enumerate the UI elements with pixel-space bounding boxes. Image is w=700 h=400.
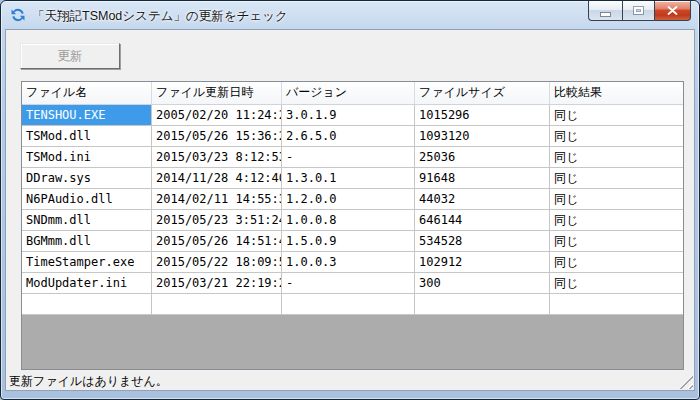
table-cell[interactable]: 3.0.1.9	[282, 105, 415, 126]
status-bar: 更新ファイルはありません。	[6, 370, 694, 390]
column-header-3[interactable]: ファイルサイズ	[415, 82, 550, 104]
table-row[interactable]: DDraw.sys2014/11/28 4:12:401.3.0.191648同…	[22, 168, 683, 189]
status-text: 更新ファイルはありません。	[9, 373, 168, 390]
table-cell[interactable]: 1093120	[415, 126, 550, 147]
table-cell[interactable]: N6PAudio.dll	[22, 189, 152, 210]
window-title: 「天翔記TSModシステム」の更新をチェック	[32, 8, 288, 25]
table-cell[interactable]: 1.5.0.9	[282, 231, 415, 252]
table-row[interactable]: TSMod.ini2015/03/23 8:12:53-25036同じ	[22, 147, 683, 168]
table-cell[interactable]: TSMod.dll	[22, 126, 152, 147]
table-header-row: ファイル名ファイル更新日時バージョンファイルサイズ比較結果	[22, 82, 683, 105]
table-cell[interactable]: 2015/03/21 22:19:29	[152, 273, 282, 294]
table-cell[interactable]: TENSHOU.EXE	[22, 105, 152, 126]
column-header-2[interactable]: バージョン	[282, 82, 415, 104]
table-cell[interactable]: 1.0.0.3	[282, 252, 415, 273]
column-header-4[interactable]: 比較結果	[550, 82, 683, 104]
table-cell[interactable]: 同じ	[550, 126, 683, 147]
close-icon	[667, 6, 678, 15]
table-cell[interactable]: 同じ	[550, 168, 683, 189]
table-cell[interactable]: 2015/05/22 18:09:57	[152, 252, 282, 273]
table-cell-empty	[415, 294, 550, 315]
table-cell[interactable]: 91648	[415, 168, 550, 189]
table-cell-empty	[152, 294, 282, 315]
table-cell[interactable]: 25036	[415, 147, 550, 168]
table-cell-empty	[282, 294, 415, 315]
table-cell[interactable]: 2.6.5.0	[282, 126, 415, 147]
maximize-button[interactable]	[622, 1, 655, 21]
table-cell[interactable]: 同じ	[550, 189, 683, 210]
table-cell[interactable]: 300	[415, 273, 550, 294]
table-cell[interactable]: 534528	[415, 231, 550, 252]
client-area: 更新 ファイル名ファイル更新日時バージョンファイルサイズ比較結果 TENSHOU…	[5, 29, 695, 391]
table-cell[interactable]: BGMmm.dll	[22, 231, 152, 252]
table-cell[interactable]: DDraw.sys	[22, 168, 152, 189]
window-controls	[588, 1, 691, 21]
table-cell[interactable]: 2015/03/23 8:12:53	[152, 147, 282, 168]
table-cell[interactable]: -	[282, 147, 415, 168]
app-window: 「天翔記TSModシステム」の更新をチェック 更新 ファイル名ファイル更新日時バ…	[0, 0, 700, 400]
table-cell[interactable]: 同じ	[550, 231, 683, 252]
table-row[interactable]: BGMmm.dll2015/05/26 14:51:441.5.0.953452…	[22, 231, 683, 252]
table-cell[interactable]: TSMod.ini	[22, 147, 152, 168]
table-cell[interactable]: 同じ	[550, 105, 683, 126]
update-button[interactable]: 更新	[20, 43, 120, 69]
table-cell[interactable]: ModUpdater.ini	[22, 273, 152, 294]
table-cell[interactable]: 646144	[415, 210, 550, 231]
minimize-button[interactable]	[588, 1, 622, 21]
table-cell[interactable]: 2015/05/26 15:36:26	[152, 126, 282, 147]
table-body: TENSHOU.EXE2005/02/20 11:24:263.0.1.9101…	[22, 105, 683, 294]
table-cell[interactable]: TimeStamper.exe	[22, 252, 152, 273]
table-row[interactable]: SNDmm.dll2015/05/23 3:51:241.0.0.8646144…	[22, 210, 683, 231]
column-header-0[interactable]: ファイル名	[22, 82, 152, 104]
table-row[interactable]: TimeStamper.exe2015/05/22 18:09:571.0.0.…	[22, 252, 683, 273]
table-cell[interactable]: 1.3.0.1	[282, 168, 415, 189]
table-cell[interactable]: 同じ	[550, 210, 683, 231]
table-cell-empty	[550, 294, 683, 315]
refresh-sync-icon	[10, 7, 26, 23]
table-cell[interactable]: 1.2.0.0	[282, 189, 415, 210]
table-cell[interactable]: 2015/05/26 14:51:44	[152, 231, 282, 252]
table-cell[interactable]: 1.0.0.8	[282, 210, 415, 231]
table-row[interactable]: TSMod.dll2015/05/26 15:36:262.6.5.010931…	[22, 126, 683, 147]
maximize-icon	[634, 7, 643, 14]
table-empty-area	[22, 315, 683, 369]
screen: 「天翔記TSModシステム」の更新をチェック 更新 ファイル名ファイル更新日時バ…	[0, 0, 700, 400]
table-cell[interactable]: 2015/05/23 3:51:24	[152, 210, 282, 231]
table-empty-row	[22, 294, 683, 315]
table-cell[interactable]: 同じ	[550, 273, 683, 294]
table-row[interactable]: N6PAudio.dll2014/02/11 14:55:321.2.0.044…	[22, 189, 683, 210]
close-button[interactable]	[655, 1, 691, 21]
file-update-table: ファイル名ファイル更新日時バージョンファイルサイズ比較結果 TENSHOU.EX…	[21, 81, 684, 370]
table-cell[interactable]: 同じ	[550, 147, 683, 168]
minimize-icon	[601, 13, 610, 16]
table-cell[interactable]: 同じ	[550, 252, 683, 273]
table-row[interactable]: TENSHOU.EXE2005/02/20 11:24:263.0.1.9101…	[22, 105, 683, 126]
resize-grip[interactable]	[679, 375, 693, 389]
table-cell[interactable]: 102912	[415, 252, 550, 273]
table-cell[interactable]: 44032	[415, 189, 550, 210]
column-header-1[interactable]: ファイル更新日時	[152, 82, 282, 104]
table-cell-empty	[22, 294, 152, 315]
table-cell[interactable]: 2014/11/28 4:12:40	[152, 168, 282, 189]
table-cell[interactable]: 1015296	[415, 105, 550, 126]
table-cell[interactable]: 2005/02/20 11:24:26	[152, 105, 282, 126]
table-cell[interactable]: -	[282, 273, 415, 294]
table-row[interactable]: ModUpdater.ini2015/03/21 22:19:29-300同じ	[22, 273, 683, 294]
table-cell[interactable]: 2014/02/11 14:55:32	[152, 189, 282, 210]
titlebar[interactable]: 「天翔記TSModシステム」の更新をチェック	[1, 1, 699, 29]
table-cell[interactable]: SNDmm.dll	[22, 210, 152, 231]
